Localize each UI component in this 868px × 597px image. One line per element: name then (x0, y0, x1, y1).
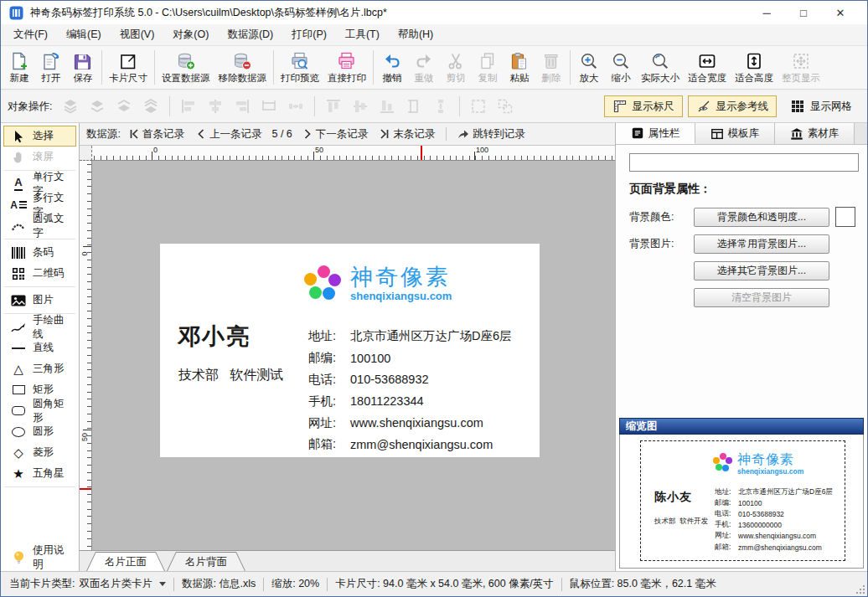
menu-item-view[interactable]: 视图(V) (111, 24, 164, 45)
card-dept-object[interactable]: 技术部 软件测试 (178, 367, 283, 384)
new-button[interactable]: 新建 (3, 48, 35, 88)
align-bottom-icon (378, 97, 396, 116)
page-tab-front[interactable]: 名片正面 (86, 552, 165, 571)
ungroup-button[interactable] (493, 95, 517, 117)
card-fields-object[interactable]: 地址:北京市通州区万达广场D座6层 邮编:100100 电话:010-53688… (308, 326, 536, 455)
send-to-back-button[interactable] (139, 95, 163, 117)
help-button[interactable]: 使用说明 (3, 547, 76, 568)
menu-item-tools[interactable]: 工具(T) (336, 24, 389, 45)
vertical-ruler[interactable]: 0 50 (80, 161, 92, 550)
thumbnail-preview[interactable]: 神奇像素 shenqixiangsu.com 陈小友 技术部 软件开发 地址:北… (619, 435, 864, 569)
prev-record-button[interactable]: 上一条记录 (193, 126, 266, 143)
card-name-object[interactable]: 邓小亮 (178, 322, 251, 352)
undo-button[interactable]: 撤销 (376, 48, 408, 88)
tool-freehand[interactable]: 手绘曲线 (3, 317, 76, 337)
resize-grip[interactable] (855, 584, 865, 594)
page-tab-back[interactable]: 名片背面 (167, 552, 245, 571)
horizontal-ruler[interactable]: 0 50 100 (92, 146, 617, 161)
align-right-button[interactable] (230, 95, 254, 117)
record-navigation-bar: 数据源: 首条记录 上一条记录 5 / 6 下一条记录 末条记录 跳转到记录 (80, 123, 617, 146)
direct-print-button[interactable]: 直接打印 (323, 48, 370, 88)
tool-select[interactable]: 选择 (3, 126, 76, 147)
send-backward-button[interactable] (112, 95, 136, 117)
status-separator (561, 578, 562, 591)
tool-qrcode[interactable]: 二维码 (3, 263, 76, 284)
card-logo-object[interactable]: 神奇像素 shenqixiangsu.com (304, 265, 452, 302)
cut-button[interactable]: 剪切 (440, 48, 472, 88)
tool-arc-text[interactable]: 圆弧文字 (3, 215, 76, 236)
bg-image-clear-button[interactable]: 清空背景图片 (694, 288, 829, 307)
align-middle-button[interactable] (349, 95, 372, 117)
tool-barcode[interactable]: 条码 (3, 242, 76, 263)
maximize-button[interactable]: □ (785, 2, 822, 23)
align-center-h-button[interactable] (204, 95, 227, 117)
menu-item-object[interactable]: 对象(O) (163, 24, 218, 45)
open-button[interactable]: 打开 (35, 48, 67, 88)
card-size-button[interactable]: 卡片尺寸 (105, 48, 152, 88)
zoom-in-button[interactable]: 放大 (573, 48, 605, 88)
toolbar-separator (154, 50, 155, 85)
minimize-button[interactable]: ─ (748, 2, 785, 23)
lightbulb-icon (10, 551, 27, 564)
menu-item-help[interactable]: 帮助(H) (389, 24, 442, 45)
actual-size-button[interactable]: 实际大小 (637, 48, 684, 88)
distribute-v-button[interactable] (429, 95, 452, 117)
fit-height-button[interactable]: 适合高度 (731, 48, 778, 88)
copy-button[interactable]: 复制 (472, 48, 504, 88)
align-top-button[interactable] (322, 95, 345, 117)
tool-round-rect[interactable]: 圆角矩形 (3, 400, 76, 421)
group-button[interactable] (467, 95, 490, 117)
print-preview-button[interactable]: 打印预览 (276, 48, 323, 88)
tab-templates[interactable]: 模板库 (695, 123, 775, 144)
full-page-button[interactable]: 整页显示 (778, 48, 824, 88)
equal-width-button[interactable] (257, 95, 281, 117)
align-bottom-button[interactable] (375, 95, 399, 117)
save-button[interactable]: 保存 (67, 48, 99, 88)
menu-item-print[interactable]: 打印(P) (282, 24, 336, 45)
card-field-row: 邮编:100100 (308, 347, 536, 369)
goto-record-button[interactable]: 跳转到记录 (454, 126, 529, 143)
tool-circle[interactable]: 圆形 (3, 421, 76, 442)
next-record-button[interactable]: 下一条记录 (299, 126, 372, 143)
show-guides-toggle[interactable]: 显示参考线 (688, 95, 778, 117)
bg-color-button[interactable]: 背景颜色和透明度... (694, 208, 829, 227)
align-left-button[interactable] (177, 95, 200, 117)
bring-forward-button[interactable] (85, 95, 109, 117)
show-grid-toggle[interactable]: 显示网格 (782, 95, 860, 117)
business-card[interactable]: 神奇像素 shenqixiangsu.com 邓小亮 技术部 软件测试 地址:北… (160, 244, 540, 457)
properties-combobox[interactable] (629, 153, 859, 172)
tool-triangle[interactable]: △ 三角形 (3, 358, 76, 379)
tool-image[interactable]: 图片 (3, 290, 76, 311)
menu-item-file[interactable]: 文件(F) (4, 24, 57, 45)
tab-materials[interactable]: 素材库 (775, 123, 855, 144)
bg-image-common-button[interactable]: 选择常用背景图片... (694, 234, 829, 254)
redo-button[interactable]: 重做 (408, 48, 440, 88)
design-canvas[interactable]: 神奇像素 shenqixiangsu.com 邓小亮 技术部 软件测试 地址:北… (92, 161, 617, 550)
remove-datasource-button[interactable]: 移除数据源 (214, 48, 271, 88)
tool-star[interactable]: ★ 五角星 (3, 463, 76, 484)
tool-diamond[interactable]: ◇ 菱形 (3, 442, 76, 463)
close-button[interactable]: ✕ (822, 2, 859, 23)
bg-color-swatch[interactable] (835, 207, 855, 227)
triangle-icon: △ (10, 363, 27, 375)
fit-width-button[interactable]: 适合宽度 (684, 48, 731, 88)
show-ruler-toggle[interactable]: 显示标尺 (604, 95, 683, 117)
tab-properties[interactable]: 属性栏 (616, 123, 695, 144)
card-field-row: 邮箱:zmm@shenqixiangsu.com (308, 434, 536, 455)
distribute-h-button[interactable] (284, 95, 307, 117)
bg-image-other-button[interactable]: 选择其它背景图片... (694, 261, 829, 280)
last-record-button[interactable]: 末条记录 (376, 126, 438, 143)
database-remove-icon (232, 51, 252, 71)
status-card-type[interactable]: 当前卡片类型: 双面名片类卡片 (9, 577, 166, 591)
first-record-button[interactable]: 首条记录 (126, 126, 188, 143)
bring-to-front-button[interactable] (59, 95, 82, 117)
menu-item-edit[interactable]: 编辑(E) (57, 24, 111, 45)
tool-line[interactable]: 直线 (3, 337, 76, 358)
delete-button[interactable]: 删除 (535, 48, 567, 88)
menu-item-datasource[interactable]: 数据源(D) (218, 24, 282, 45)
paste-button[interactable]: 粘贴 (504, 48, 535, 88)
tool-pan[interactable]: 滚屏 (3, 147, 76, 167)
zoom-out-button[interactable]: 缩小 (605, 48, 637, 88)
equal-height-button[interactable] (402, 95, 426, 117)
set-datasource-button[interactable]: 设置数据源 (158, 48, 214, 88)
